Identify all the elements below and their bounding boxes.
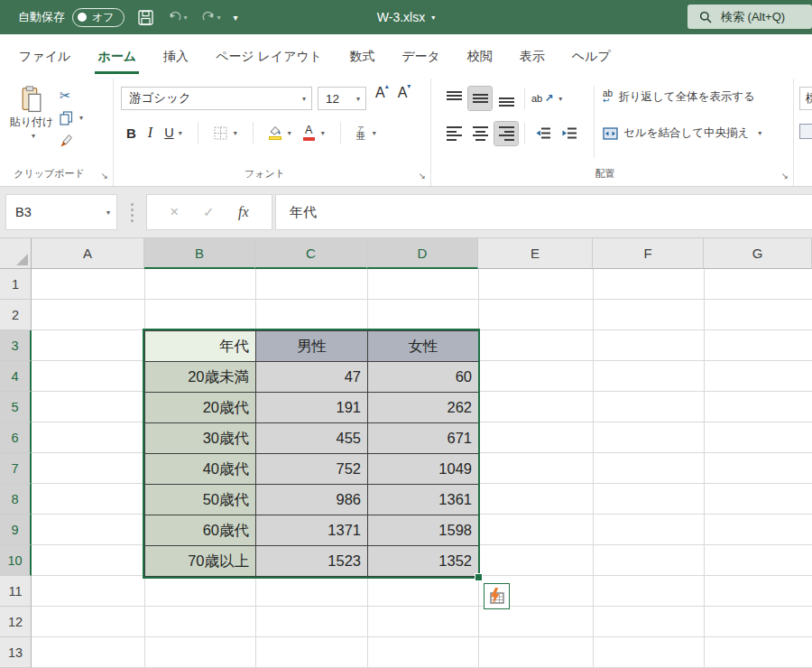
cell-c10[interactable]: 1523: [256, 546, 368, 577]
cell-d7[interactable]: 1049: [368, 454, 479, 485]
quick-analysis-button[interactable]: [484, 583, 510, 609]
row-header-5[interactable]: 5: [0, 392, 32, 422]
merge-center-button[interactable]: セルを結合して中央揃え ▾: [603, 125, 761, 141]
cell-b6[interactable]: 30歳代: [145, 423, 256, 454]
bold-button[interactable]: B: [126, 125, 136, 141]
cell-d9[interactable]: 1598: [368, 515, 479, 546]
name-box[interactable]: B3 ▾: [5, 194, 117, 230]
row-header-12[interactable]: 12: [0, 607, 32, 637]
tab-insert[interactable]: 挿入: [150, 34, 202, 79]
cell-c8[interactable]: 986: [256, 485, 368, 515]
row-header-6[interactable]: 6: [0, 422, 32, 453]
underline-button[interactable]: U: [164, 125, 173, 140]
cell-d5[interactable]: 262: [368, 393, 479, 423]
wrap-text-button[interactable]: ab ↩ 折り返して全体を表示する: [603, 89, 755, 105]
cell-d6[interactable]: 671: [368, 423, 479, 454]
tab-file[interactable]: ファイル: [5, 34, 84, 79]
tab-help[interactable]: ヘルプ: [558, 34, 624, 79]
cell-b9[interactable]: 60歳代: [145, 515, 256, 546]
increase-indent-button[interactable]: [558, 122, 581, 145]
font-dialog-launcher[interactable]: ↘: [419, 172, 426, 181]
row-header-10[interactable]: 10: [0, 545, 32, 576]
decrease-indent-button[interactable]: [531, 122, 555, 145]
row-header-1[interactable]: 1: [0, 269, 32, 300]
row-header-4[interactable]: 4: [0, 361, 32, 392]
cell-c6[interactable]: 455: [256, 423, 368, 454]
column-header-f[interactable]: F: [593, 238, 704, 269]
redo-button[interactable]: ▾: [200, 9, 221, 25]
format-painter-button[interactable]: [60, 133, 73, 148]
align-right-button[interactable]: [494, 122, 518, 145]
row-header-3[interactable]: 3: [0, 330, 32, 361]
cell-b7[interactable]: 40歳代: [145, 454, 256, 485]
copy-dropdown-icon[interactable]: ▾: [79, 114, 83, 122]
number-format-combo[interactable]: 標: [799, 87, 812, 110]
save-button[interactable]: [137, 9, 154, 26]
cell-b4[interactable]: 20歳未満: [145, 362, 256, 393]
autosave-control[interactable]: 自動保存 オフ: [18, 8, 125, 27]
column-header-b[interactable]: B: [144, 238, 255, 269]
cell-c5[interactable]: 191: [256, 393, 368, 423]
search-input[interactable]: 検索 (Alt+Q): [687, 5, 812, 29]
cell-b10[interactable]: 70歳以上: [145, 546, 256, 577]
undo-dropdown-icon[interactable]: ▾: [184, 14, 188, 22]
align-center-button[interactable]: [468, 122, 492, 145]
select-all-button[interactable]: [0, 238, 32, 269]
orientation-button[interactable]: ab ↗ ▾: [531, 87, 562, 110]
increase-font-button[interactable]: A▴: [375, 86, 389, 100]
font-size-combo[interactable]: 12 ▾: [318, 87, 366, 110]
paste-dropdown-icon[interactable]: ▾: [32, 132, 35, 140]
cell-c3[interactable]: 男性: [256, 331, 368, 362]
cell-b3[interactable]: 年代: [145, 331, 256, 362]
confirm-entry-icon[interactable]: ✓: [203, 204, 215, 220]
cell-c4[interactable]: 47: [256, 362, 368, 393]
paste-button[interactable]: 貼り付け ▾: [7, 86, 56, 140]
decrease-font-button[interactable]: A▾: [398, 86, 411, 100]
column-header-a[interactable]: A: [32, 238, 144, 269]
cell-c9[interactable]: 1371: [256, 515, 368, 546]
cell-d4[interactable]: 60: [368, 362, 479, 393]
phonetic-guide-button[interactable]: ア 亜 ▾: [356, 125, 376, 141]
name-box-dropdown-icon[interactable]: ▾: [106, 209, 110, 217]
row-header-8[interactable]: 8: [0, 484, 32, 515]
font-name-combo[interactable]: 游ゴシック ▾: [121, 87, 312, 110]
alignment-dialog-launcher[interactable]: ↘: [781, 172, 789, 181]
row-header-13[interactable]: 13: [0, 637, 32, 668]
clipboard-dialog-launcher[interactable]: ↘: [101, 172, 108, 181]
customize-quick-access-button[interactable]: ▾: [234, 13, 238, 23]
cancel-entry-icon[interactable]: ×: [170, 203, 179, 221]
column-header-d[interactable]: D: [367, 238, 478, 269]
row-header-7[interactable]: 7: [0, 453, 32, 484]
italic-button[interactable]: I: [148, 125, 152, 141]
align-left-button[interactable]: [442, 122, 466, 145]
cell-d8[interactable]: 1361: [368, 485, 479, 515]
font-color-button[interactable]: A ▾: [303, 125, 325, 141]
copy-button[interactable]: ▾: [60, 110, 83, 125]
insert-function-button[interactable]: fx: [238, 204, 249, 220]
column-header-g[interactable]: G: [704, 238, 812, 269]
cell-d10[interactable]: 1352: [368, 546, 479, 577]
tab-page-layout[interactable]: ページ レイアウト: [202, 34, 336, 79]
cell-b5[interactable]: 20歳代: [145, 393, 256, 423]
tab-home[interactable]: ホーム: [84, 34, 150, 79]
formula-input[interactable]: 年代: [275, 194, 812, 230]
borders-button[interactable]: ▾: [214, 126, 237, 140]
redo-dropdown-icon[interactable]: ▾: [217, 14, 221, 22]
row-header-9[interactable]: 9: [0, 515, 32, 545]
cell-b8[interactable]: 50歳代: [145, 485, 256, 515]
column-header-c[interactable]: C: [255, 238, 367, 269]
cell-d3[interactable]: 女性: [368, 331, 479, 362]
column-header-e[interactable]: E: [478, 238, 593, 269]
autosave-toggle[interactable]: オフ: [72, 8, 125, 27]
title-dropdown-icon[interactable]: ▾: [431, 14, 435, 22]
align-top-button[interactable]: [442, 87, 466, 110]
align-middle-button[interactable]: [468, 87, 492, 110]
fill-color-button[interactable]: ▾: [269, 125, 291, 140]
row-header-11[interactable]: 11: [0, 576, 32, 607]
underline-dropdown-icon[interactable]: ▾: [179, 129, 182, 137]
tab-formulas[interactable]: 数式: [336, 34, 388, 79]
cut-button[interactable]: ✂: [60, 88, 71, 103]
accounting-format-icon[interactable]: [799, 124, 812, 139]
tab-view[interactable]: 表示: [506, 34, 558, 79]
tab-data[interactable]: データ: [388, 34, 454, 79]
